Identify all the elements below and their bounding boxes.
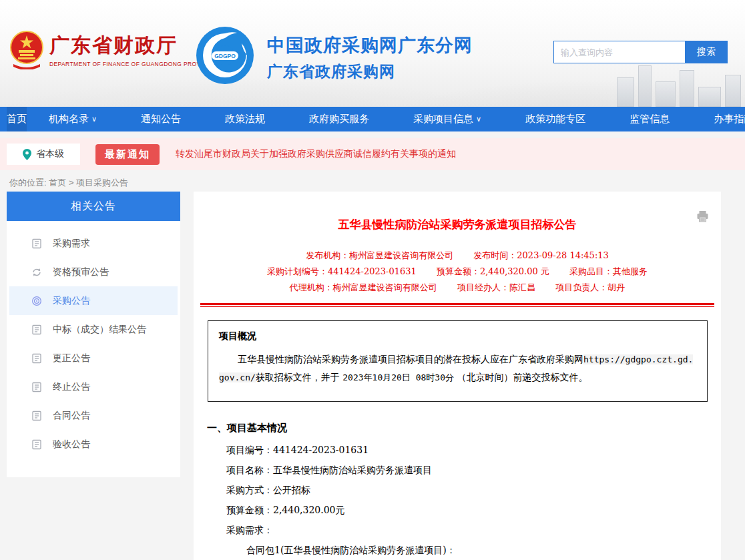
site-title: 中国政府采购网广东分网 广东省政府采购网 [267, 33, 473, 82]
meta-manager: 项目负责人：胡丹 [555, 282, 625, 292]
site-title-line1: 中国政府采购网广东分网 [267, 33, 473, 57]
nav-label: 办事指南 [714, 113, 745, 125]
document-icon [31, 382, 42, 392]
search-button[interactable]: 搜索 [685, 41, 728, 63]
field-contract-package: 合同包1(五华县慢性病防治站采购劳务派遣项目)： [200, 545, 714, 555]
sidebar-item-label: 终止公告 [53, 381, 90, 393]
sidebar-item-label: 资格预审公告 [53, 266, 109, 278]
sidebar-item-acceptance[interactable]: 验收公告 [7, 430, 180, 459]
breadcrumb-prefix: 你的位置: [9, 178, 47, 188]
field-budget-amount: 预算金额：2,440,320.00元 [200, 505, 714, 515]
page-header: 广东省财政厅 DEPARTMENT OF FINANCE OF GUANGDON… [0, 0, 745, 107]
printer-icon [696, 210, 709, 222]
breadcrumb: 你的位置: 首页 > 项目采购公告 [0, 170, 745, 192]
document-icon [31, 238, 42, 249]
document-icon [31, 439, 42, 450]
dept-title: 广东省财政厅 [49, 32, 216, 59]
location-pin-icon [23, 149, 31, 160]
nav-item-policy-zone[interactable]: 政策功能专区 [503, 107, 607, 131]
latest-notice-badge: 最新通知 [95, 144, 160, 165]
overview-deadline: 2023年10月20日 08时30分 [342, 372, 454, 382]
sidebar-item-prequalification[interactable]: 资格预审公告 [7, 258, 180, 286]
meta-category: 采购品目：其他服务 [569, 266, 648, 276]
nav-label: 政策功能专区 [525, 113, 585, 125]
dept-subtitle: DEPARTMENT OF FINANCE OF GUANGDONG PROVI… [49, 61, 216, 67]
sidebar-item-termination[interactable]: 终止公告 [7, 372, 180, 401]
target-icon [31, 296, 42, 306]
sidebar-item-award-result[interactable]: 中标（成交）结果公告 [7, 315, 180, 344]
nav-item-guide[interactable]: 办事指南 [692, 107, 745, 131]
field-procurement-method: 采购方式：公开招标 [200, 485, 714, 495]
meta-publish-time: 发布时间：2023-09-28 14:45:13 [473, 250, 608, 260]
breadcrumb-home-link[interactable]: 首页 [49, 178, 66, 188]
overview-paragraph: 五华县慢性病防治站采购劳务派遣项目招标项目的潜在投标人应在广东省政府采购网htt… [219, 350, 696, 386]
city-skyline-decoration [611, 60, 745, 107]
main-nav: 首页 机构名录 ∨ 通知公告 政策法规 政府购买服务 采购项目信息 ∨ 政策功能… [0, 107, 745, 131]
sidebar-item-label: 验收公告 [53, 439, 90, 451]
nav-item-home[interactable]: 首页 [7, 107, 27, 131]
article-panel: 五华县慢性病防治站采购劳务派遣项目招标公告 发布机构：梅州富昱建设咨询有限公司 … [194, 192, 721, 560]
field-project-name: 项目名称：五华县慢性病防治站采购劳务派遣项目 [200, 465, 714, 475]
nav-label: 通知公告 [141, 113, 181, 125]
overview-text: （北京时间）前递交投标文件。 [454, 372, 587, 382]
nav-label: 监管信息 [630, 113, 670, 125]
region-selector[interactable]: 省本级 [7, 144, 80, 165]
national-emblem-icon [9, 29, 44, 69]
nav-item-org-directory[interactable]: 机构名录 ∨ [27, 107, 119, 131]
gdgpo-abbr: GDGPO [214, 53, 236, 59]
print-button[interactable] [696, 210, 709, 225]
sidebar-item-correction[interactable]: 更正公告 [7, 344, 180, 372]
sidebar-item-label: 更正公告 [53, 352, 90, 364]
notice-link[interactable]: 转发汕尾市财政局关于加强政府采购供应商诚信履约有关事项的通知 [176, 148, 456, 160]
search-input[interactable] [553, 41, 685, 63]
finance-dept-logo: 广东省财政厅 DEPARTMENT OF FINANCE OF GUANGDON… [9, 29, 216, 69]
article-meta: 发布机构：梅州富昱建设咨询有限公司 发布时间：2023-09-28 14:45:… [200, 250, 714, 294]
meta-publisher: 发布机构：梅州富昱建设咨询有限公司 [306, 250, 453, 260]
gdgpo-logo: GDGPO [195, 25, 255, 88]
chevron-down-icon: ∨ [91, 115, 97, 123]
page-title: 五华县慢性病防治站采购劳务派遣项目招标公告 [200, 217, 714, 232]
nav-label: 采购项目信息 [413, 113, 473, 125]
nav-item-gov-purchase-services[interactable]: 政府购买服务 [287, 107, 391, 131]
overview-text: 五华县慢性病防治站采购劳务派遣项目招标项目的潜在投标人应在广东省政府采购网 [238, 354, 583, 364]
chevron-down-icon: ∨ [476, 115, 481, 123]
sidebar-item-contract[interactable]: 合同公告 [7, 401, 180, 430]
meta-budget: 预算金额：2,440,320.00 元 [437, 266, 549, 276]
breadcrumb-separator: > [69, 178, 74, 188]
red-divider [200, 303, 714, 307]
overview-text: 获取招标文件，并于 [256, 372, 342, 382]
field-procurement-demand: 采购需求： [200, 525, 714, 535]
site-title-line2: 广东省政府采购网 [267, 61, 473, 82]
field-project-number: 项目编号：441424-2023-01631 [200, 445, 714, 455]
project-overview-box: 项目概况 五华县慢性病防治站采购劳务派遣项目招标项目的潜在投标人应在广东省政府采… [208, 320, 708, 402]
nav-label: 政策法规 [225, 113, 265, 125]
sidebar-title: 相关公告 [7, 192, 180, 221]
document-icon [31, 353, 42, 364]
site-search: 搜索 [553, 41, 728, 63]
basic-info-lines: 项目编号：441424-2023-01631 项目名称：五华县慢性病防治站采购劳… [200, 445, 714, 560]
overview-heading: 项目概况 [219, 330, 696, 342]
nav-item-procurement-info[interactable]: 采购项目信息 ∨ [391, 107, 503, 131]
notice-bar: 省本级 最新通知 转发汕尾市财政局关于加强政府采购供应商诚信履约有关事项的通知 [0, 138, 745, 170]
refresh-icon [31, 267, 42, 278]
sidebar-item-procurement-demand[interactable]: 采购需求 [7, 229, 180, 258]
nav-label: 机构名录 [49, 113, 89, 125]
related-announcements-sidebar: 相关公告 采购需求 资格预审公告 [7, 192, 180, 477]
meta-agency: 代理机构：梅州富昱建设咨询有限公司 [290, 282, 437, 292]
gdgpo-logo-icon: GDGPO [195, 25, 255, 85]
document-icon [31, 410, 42, 421]
nav-label: 首页 [7, 113, 27, 125]
nav-label: 政府购买服务 [309, 113, 369, 125]
section-heading-basic-info: 一、项目基本情况 [207, 422, 714, 435]
nav-item-supervision[interactable]: 监管信息 [607, 107, 692, 131]
nav-item-notices[interactable]: 通知公告 [119, 107, 203, 131]
meta-plan-number: 采购计划编号：441424-2023-01631 [267, 266, 417, 276]
sidebar-item-label: 采购公告 [53, 295, 90, 307]
sidebar-item-label: 合同公告 [53, 410, 90, 422]
sidebar-item-label: 中标（成交）结果公告 [53, 324, 146, 336]
sidebar-item-procurement-announcement[interactable]: 采购公告 [9, 286, 178, 315]
nav-item-policies[interactable]: 政策法规 [203, 107, 287, 131]
breadcrumb-current[interactable]: 项目采购公告 [76, 178, 128, 188]
meta-handler: 项目经办人：陈汇昌 [457, 282, 535, 292]
region-label: 省本级 [36, 148, 64, 160]
